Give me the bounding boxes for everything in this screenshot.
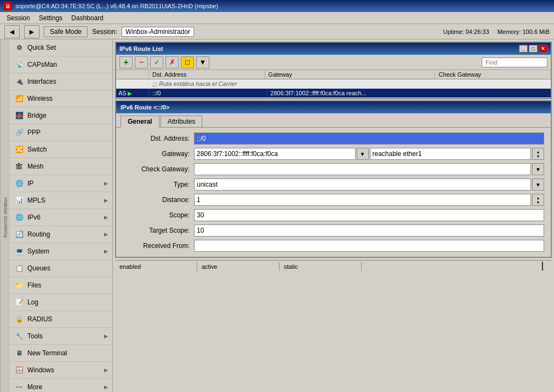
row-dst: ::/0 — [149, 89, 267, 97]
remove-button[interactable]: − — [135, 56, 148, 68]
sidebar-item-mesh[interactable]: 🕸 Mesh — [10, 158, 112, 175]
gateway-spinner-button[interactable]: ▲ ▼ — [532, 148, 544, 160]
sidebar-item-ip[interactable]: 🌐 IP ▶ — [10, 175, 112, 192]
sidebar-item-log[interactable]: 📝 Log — [10, 294, 112, 311]
distance-row: Distance: ▲ ▼ — [123, 193, 544, 206]
route-dialog: IPv6 Route <::/0> General Attributes Dst… — [115, 100, 552, 258]
memory-value: 100.6 MiB — [522, 28, 550, 35]
maximize-button[interactable]: □ — [529, 45, 538, 53]
target-scope-input[interactable] — [194, 224, 544, 237]
sidebar-item-radius[interactable]: 🔒 RADIUS — [10, 311, 112, 328]
sidebar-item-capsman[interactable]: 📡 CAPsMan — [10, 56, 112, 73]
row-gateway: 2806:3f7:1002::ffff:f0ca:f0ca reach... — [267, 89, 551, 97]
menu-settings[interactable]: Settings — [35, 13, 67, 23]
interfaces-icon: 🔌 — [14, 77, 24, 87]
check-gateway-input[interactable] — [194, 163, 531, 175]
scope-label: Scope: — [123, 211, 194, 219]
uptime-value: 04:26:33 — [466, 28, 489, 35]
menu-session[interactable]: Session — [2, 13, 35, 23]
target-scope-row: Target Scope: — [123, 224, 544, 237]
sidebar-item-queues[interactable]: 📋 Queues — [10, 260, 112, 277]
received-from-input[interactable] — [194, 240, 544, 252]
row-flags: AS ▶ — [116, 89, 149, 97]
distance-spinner-button[interactable]: ▲ ▼ — [532, 194, 544, 206]
gateway-dropdown-button[interactable]: ▼ — [357, 148, 369, 160]
session-value: Winbox-Administrador — [122, 27, 194, 37]
sidebar-item-switch[interactable]: 🔀 Switch — [10, 141, 112, 158]
system-arrow-icon: ▶ — [104, 249, 108, 254]
received-from-label: Received From: — [123, 242, 194, 250]
scope-input[interactable] — [194, 209, 544, 221]
check-gateway-dropdown-button[interactable]: ▼ — [532, 163, 544, 175]
sidebar: ⚙ Quick Set 📡 CAPsMan 🔌 Interfaces 📶 Wir… — [10, 39, 113, 392]
comment-flags — [116, 83, 149, 85]
sidebar-item-new-terminal[interactable]: 🖥 New Terminal — [10, 345, 112, 362]
dst-address-input[interactable] — [194, 132, 544, 145]
col-check-gateway: Check Gateway — [435, 70, 551, 79]
radius-icon: 🔒 — [14, 314, 24, 324]
new-terminal-icon: 🖥 — [14, 348, 24, 358]
quick-set-icon: ⚙ — [14, 43, 24, 53]
cursor-icon — [542, 262, 547, 270]
sidebar-item-bridge[interactable]: 🌉 Bridge — [10, 107, 112, 124]
window-controls: _ □ ✕ — [519, 45, 547, 53]
type-field: ▼ — [194, 178, 544, 191]
gateway-reach-input[interactable] — [370, 148, 532, 160]
safe-mode-button[interactable]: Safe Mode — [44, 26, 88, 37]
content-area: IPv6 Route List _ □ ✕ + − ✓ ✗ □ ▼ Ds — [113, 39, 554, 392]
route-list-toolbar: + − ✓ ✗ □ ▼ — [116, 55, 551, 70]
menu-dashboard[interactable]: Dashboard — [67, 13, 108, 23]
table-row-comment[interactable]: ;;; Ruta estática hacia el Carrier — [116, 79, 551, 89]
more-arrow-icon: ▶ — [104, 384, 108, 390]
route-list-window: IPv6 Route List _ □ ✕ + − ✓ ✗ □ ▼ Ds — [115, 42, 552, 99]
filter-button[interactable]: ▼ — [196, 56, 209, 68]
windows-icon: 🪟 — [14, 365, 24, 375]
cursor-area — [542, 262, 552, 272]
sidebar-item-files[interactable]: 📁 Files — [10, 277, 112, 294]
app-icon: 🖥 — [3, 2, 12, 10]
gateway-label: Gateway: — [123, 150, 194, 158]
sidebar-item-windows[interactable]: 🪟 Windows ▶ — [10, 362, 112, 379]
minimize-button[interactable]: _ — [519, 45, 528, 53]
sidebar-item-quick-set[interactable]: ⚙ Quick Set — [10, 39, 112, 56]
route-table-header: Dst. Address Gateway Check Gateway — [116, 70, 551, 79]
tab-attributes[interactable]: Attributes — [161, 116, 203, 127]
check-gateway-row: Check Gateway: ▼ — [123, 163, 544, 176]
table-row-data[interactable]: AS ▶ ::/0 2806:3f7:1002::ffff:f0ca:f0ca … — [116, 89, 551, 98]
sidebar-item-interfaces[interactable]: 🔌 Interfaces — [10, 73, 112, 90]
type-input[interactable] — [194, 178, 531, 191]
close-button[interactable]: ✕ — [539, 45, 547, 53]
menu-bar: Session Settings Dashboard — [0, 12, 554, 24]
sidebar-item-system[interactable]: 💻 System ▶ — [10, 243, 112, 260]
forward-button[interactable]: ► — [24, 25, 39, 38]
bridge-icon: 🌉 — [14, 111, 24, 120]
scope-row: Scope: — [123, 209, 544, 222]
disable-button[interactable]: ✗ — [165, 56, 179, 68]
sidebar-item-tools[interactable]: 🔧 Tools ▶ — [10, 328, 112, 345]
sidebar-item-ppp[interactable]: 🔗 PPP — [10, 124, 112, 141]
enable-button[interactable]: ✓ — [150, 56, 163, 68]
spinner-down-icon: ▼ — [536, 154, 540, 158]
sidebar-item-more[interactable]: ⋯ More ▶ — [10, 379, 112, 392]
sidebar-item-mpls[interactable]: 📊 MPLS ▶ — [10, 192, 112, 209]
back-button[interactable]: ◄ — [4, 25, 20, 38]
memory-label: Memory: — [498, 28, 521, 35]
gateway-field: ▼ ▲ ▼ — [194, 148, 544, 160]
route-list-title-bar: IPv6 Route List _ □ ✕ — [116, 43, 551, 55]
type-dropdown-button[interactable]: ▼ — [532, 178, 544, 191]
sidebar-item-routing[interactable]: 🔄 Routing ▶ — [10, 226, 112, 243]
find-input[interactable] — [482, 57, 547, 67]
uptime-stats: Uptime: 04:26:33 Memory: 100.6 MiB — [443, 28, 550, 35]
distance-input[interactable] — [194, 194, 531, 206]
sidebar-item-ipv6[interactable]: 🌐 IPv6 ▶ — [10, 209, 112, 226]
more-icon: ⋯ — [14, 382, 24, 392]
routeros-label: RouterOS WinBox — [0, 39, 10, 392]
copy-button[interactable]: □ — [181, 56, 194, 68]
dst-address-row: Dst. Address: — [123, 132, 544, 145]
status-bar: enabled active static — [115, 260, 552, 272]
add-button[interactable]: + — [119, 56, 133, 68]
gateway-input[interactable] — [194, 148, 356, 160]
mesh-icon: 🕸 — [14, 162, 24, 171]
tab-general[interactable]: General — [121, 116, 159, 128]
sidebar-item-wireless[interactable]: 📶 Wireless — [10, 90, 112, 107]
